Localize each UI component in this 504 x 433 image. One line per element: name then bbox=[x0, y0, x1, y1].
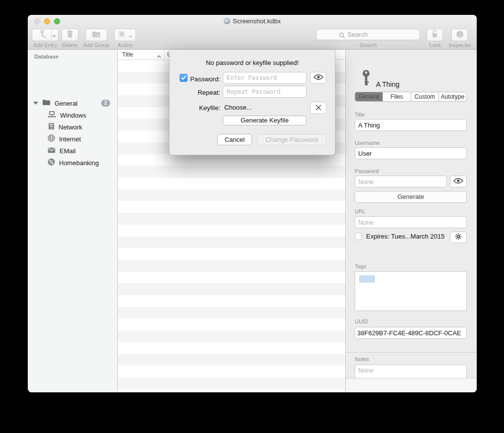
password-label: Password: bbox=[173, 75, 220, 83]
change-password-sheet: No password or keyfile supplied! Passwor… bbox=[169, 50, 335, 155]
tags-field[interactable] bbox=[355, 271, 467, 311]
lock-button[interactable] bbox=[427, 29, 443, 41]
eye-icon bbox=[453, 177, 463, 186]
info-icon: i bbox=[456, 30, 464, 40]
enter-password-field[interactable] bbox=[223, 72, 307, 84]
search-input[interactable] bbox=[347, 31, 407, 38]
inspector-panel: A Thing General Files Custom Autotype Ti… bbox=[345, 50, 477, 392]
tab-custom[interactable]: Custom bbox=[411, 92, 439, 101]
generate-password-button[interactable]: Generate bbox=[355, 191, 467, 203]
entry-count-badge: 2 bbox=[101, 100, 110, 107]
repeat-label: Repeat: bbox=[173, 89, 220, 96]
window-header: Screenshot.kdbx Add Entry bbox=[28, 15, 477, 50]
expires-checkbox[interactable] bbox=[355, 233, 362, 240]
sidebar-item-label: Network bbox=[59, 124, 82, 131]
add-group-button[interactable] bbox=[85, 29, 107, 41]
trash-icon bbox=[66, 30, 73, 40]
generate-keyfile-button[interactable]: Generate Keyfile bbox=[223, 116, 307, 125]
section-divider bbox=[346, 352, 477, 353]
key-icon bbox=[361, 69, 372, 88]
percent-icon bbox=[48, 158, 55, 167]
add-entry-label: Add Entry bbox=[30, 42, 60, 48]
tab-autotype[interactable]: Autotype bbox=[439, 92, 466, 101]
expires-row: Expires: Tues...March 2015 bbox=[355, 233, 444, 240]
svg-text:i: i bbox=[459, 32, 460, 37]
sidebar-header: Database bbox=[34, 54, 59, 60]
sidebar: Database General 2 Windows Network bbox=[28, 50, 118, 392]
sidebar-item-network[interactable]: Network bbox=[28, 121, 117, 133]
username-label: Username bbox=[355, 140, 380, 146]
lock-open-icon bbox=[431, 30, 439, 40]
sidebar-item-general[interactable]: General 2 bbox=[28, 97, 117, 109]
windows-network-icon bbox=[48, 111, 56, 120]
column-header-title[interactable]: Title bbox=[122, 51, 133, 58]
sidebar-item-label: Windows bbox=[60, 112, 86, 119]
url-field[interactable] bbox=[355, 216, 467, 228]
inspector-label: Inspector bbox=[445, 42, 474, 48]
tags-label: Tags bbox=[355, 263, 366, 269]
title-field[interactable] bbox=[355, 119, 467, 131]
title-label: Title bbox=[355, 112, 365, 118]
tab-files[interactable]: Files bbox=[383, 92, 411, 101]
envelope-icon bbox=[48, 147, 56, 155]
inspector-footer bbox=[346, 378, 477, 392]
split-divider bbox=[51, 29, 52, 41]
search-field[interactable] bbox=[316, 29, 420, 40]
sidebar-item-label: EMail bbox=[60, 147, 76, 155]
url-label: URL bbox=[355, 208, 366, 214]
reveal-password-button[interactable] bbox=[310, 72, 326, 84]
search-label: Search bbox=[346, 42, 390, 48]
cancel-button[interactable]: Cancel bbox=[217, 134, 252, 145]
sidebar-item-windows[interactable]: Windows bbox=[28, 109, 117, 121]
server-icon bbox=[48, 123, 55, 131]
sidebar-item-label: Internet bbox=[59, 135, 81, 143]
expires-settings-button[interactable] bbox=[450, 232, 467, 243]
dialog-message: No password or keyfile supplied! bbox=[170, 59, 335, 66]
screen: Screenshot.kdbx Add Entry bbox=[0, 0, 504, 433]
uuid-label: UUID bbox=[355, 318, 368, 324]
sidebar-item-email[interactable]: EMail bbox=[28, 145, 117, 157]
sidebar-item-internet[interactable]: Internet bbox=[28, 133, 117, 145]
lock-label: Lock bbox=[425, 42, 445, 48]
add-entry-button[interactable] bbox=[32, 29, 59, 41]
tab-general[interactable]: General bbox=[355, 92, 383, 101]
reveal-password-button[interactable] bbox=[450, 176, 467, 187]
sidebar-item-label: Homebanking bbox=[59, 159, 99, 167]
repeat-password-field[interactable] bbox=[223, 86, 307, 98]
gear-icon bbox=[118, 30, 126, 40]
clear-keyfile-button[interactable] bbox=[310, 102, 326, 114]
add-group-label: Add Group bbox=[80, 42, 112, 48]
inspector-tabs: General Files Custom Autotype bbox=[355, 92, 467, 102]
eye-icon bbox=[314, 73, 323, 82]
disclosure-triangle-icon[interactable] bbox=[33, 102, 38, 105]
uuid-field[interactable] bbox=[355, 327, 467, 339]
folder-plus-icon bbox=[92, 31, 101, 40]
inspector-button[interactable]: i bbox=[451, 29, 468, 41]
keyfile-label: Keyfile: bbox=[173, 104, 220, 112]
delete-button[interactable] bbox=[62, 29, 78, 41]
column-divider[interactable] bbox=[164, 51, 165, 59]
globe-icon bbox=[48, 134, 55, 143]
x-icon bbox=[315, 104, 321, 113]
gear-icon bbox=[455, 233, 462, 242]
username-field[interactable] bbox=[355, 147, 467, 159]
sidebar-item-label: General bbox=[55, 100, 77, 107]
search-icon bbox=[339, 32, 345, 41]
document-proxy-icon bbox=[224, 18, 230, 24]
entry-title: A Thing bbox=[376, 80, 399, 88]
delete-label: Delete bbox=[59, 42, 81, 48]
notes-label: Notes bbox=[355, 356, 369, 362]
action-button[interactable] bbox=[114, 29, 136, 41]
sidebar-item-homebanking[interactable]: Homebanking bbox=[28, 157, 117, 169]
window-title: Screenshot.kdbx bbox=[28, 17, 477, 25]
change-password-button[interactable]: Change Password bbox=[257, 134, 326, 145]
expires-label: Expires: Tues...March 2015 bbox=[366, 233, 444, 240]
folder-icon bbox=[42, 99, 51, 107]
tag-pill[interactable] bbox=[359, 275, 375, 283]
password-label: Password bbox=[355, 168, 378, 174]
chevron-down-icon bbox=[128, 31, 132, 40]
action-label: Action bbox=[114, 42, 136, 48]
password-field[interactable] bbox=[355, 176, 447, 187]
dropdown-arrow-icon bbox=[52, 31, 56, 40]
key-plus-icon bbox=[39, 30, 47, 40]
